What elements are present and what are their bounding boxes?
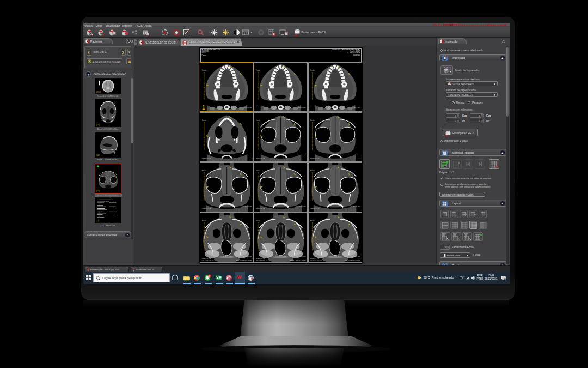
- svg-text:Txt: Txt: [464, 234, 467, 236]
- svg-text:1: 1: [209, 274, 210, 277]
- svg-text:Set: Set: [443, 234, 445, 236]
- svg-text:[24]: [24]: [96, 154, 100, 156]
- svg-text:[251]: [251]: [96, 91, 101, 93]
- svg-text:[1]: [1]: [96, 220, 98, 222]
- svg-text:[24]: [24]: [96, 124, 99, 126]
- svg-text:1:1: 1:1: [245, 32, 249, 35]
- svg-text:[24]: [24]: [96, 190, 99, 192]
- svg-text:2: 2: [504, 279, 505, 280]
- svg-text:1: 1: [201, 104, 205, 111]
- svg-text:Set: Set: [454, 234, 456, 236]
